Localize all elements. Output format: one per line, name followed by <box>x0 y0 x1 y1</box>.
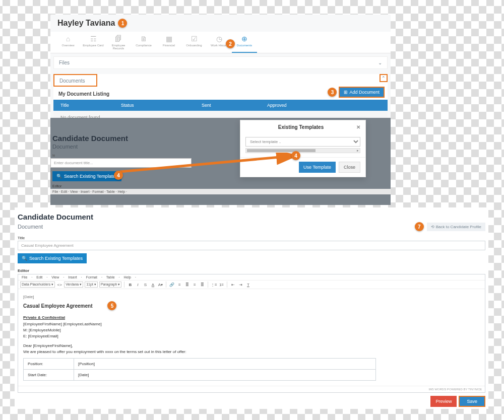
preview-button[interactable]: Preview <box>430 396 457 407</box>
files-label: Files <box>59 60 70 65</box>
strike-icon[interactable]: S <box>142 282 148 288</box>
paragraph-dropdown[interactable]: Paragraph ▾ <box>99 282 122 288</box>
records-icon: 🗐 <box>106 35 131 43</box>
callout-5: 5 <box>107 301 116 310</box>
bg-color-icon[interactable]: A▾ <box>157 282 163 288</box>
align-right-icon[interactable]: ≡ <box>192 282 198 288</box>
tab-financial[interactable]: ▦Financial <box>156 35 181 53</box>
editor-content[interactable]: [Date] Casual Employee Agreement 5 Priva… <box>18 289 485 386</box>
modal-title: Existing Templates <box>245 124 356 130</box>
indent-icon[interactable]: ⇥ <box>237 282 243 288</box>
scroll-right-icon[interactable]: ▸ <box>357 149 359 153</box>
menu-edit[interactable]: Edit <box>35 275 44 279</box>
search-templates-button[interactable]: 🔍 Search Existing Templates <box>52 171 121 181</box>
tab-overview[interactable]: ⌂Overview <box>55 35 81 53</box>
callout-4b: 4 <box>291 151 300 160</box>
tab-compliance[interactable]: 🗎Compliance <box>131 35 156 53</box>
save-button[interactable]: Save <box>459 396 485 407</box>
tab-onboarding[interactable]: ☑Onboarding <box>181 35 207 53</box>
use-template-button[interactable]: Use Template <box>299 162 336 173</box>
documents-section: Documents ⌃ My Document Listing 3 ⊞ Add … <box>53 74 388 124</box>
align-center-icon[interactable]: ≣ <box>184 282 190 288</box>
existing-templates-modal: Existing Templates ✕ Select template .. … <box>240 120 366 177</box>
documents-tab-label[interactable]: Documents <box>53 74 97 87</box>
profile-tabs: ⌂Overview ☶Employee Card 🗐Employee Recor… <box>50 32 391 53</box>
data-placeholders-dropdown[interactable]: Data Placeholders ▾ <box>20 282 55 288</box>
table-row: Position:[Position] <box>24 359 376 370</box>
close-button[interactable]: Close <box>339 162 360 173</box>
doc-icon: 🗎 <box>131 35 156 43</box>
add-document-button[interactable]: ⊞ Add Document <box>339 87 385 98</box>
align-justify-icon[interactable]: ≣ <box>199 282 205 288</box>
scrollbar[interactable]: ▸ <box>245 148 360 153</box>
chevron-down-icon: ⌄ <box>378 60 382 65</box>
callout-3: 3 <box>328 88 337 97</box>
scroll-thumb[interactable] <box>247 149 316 152</box>
offer-table: Position:[Position] Start Date:[Date] <box>23 358 376 381</box>
candidate-document-editor-panel: Candidate Document Document 7 ⟲ Back to … <box>15 207 488 409</box>
employee-name: Hayley Taviana <box>57 19 115 28</box>
menu-help[interactable]: Help <box>122 275 133 279</box>
menu-insert[interactable]: Insert <box>67 275 79 279</box>
listing-title: My Document Listing <box>53 88 114 99</box>
tab-documents[interactable]: ⊕Documents <box>232 35 257 53</box>
rich-text-editor: File· Edit· View· Insert· Format· Table·… <box>18 274 485 393</box>
menu-table[interactable]: Table <box>105 275 116 279</box>
number-list-icon[interactable]: 1≡ <box>218 282 224 288</box>
template-select[interactable]: Select template .. <box>245 137 360 147</box>
callout-7: 7 <box>415 222 424 231</box>
text-color-icon[interactable]: A <box>150 282 156 288</box>
table-row: Start Date:[Date] <box>24 370 376 381</box>
offer-line: We are pleased to offer you employment w… <box>23 349 480 354</box>
code-icon[interactable]: <> <box>56 282 62 288</box>
plus-doc-icon: ⊕ <box>232 35 257 43</box>
doc-heading: Casual Employee Agreement <box>23 303 92 309</box>
panel2-title: Candidate Document <box>15 207 488 222</box>
callout-2: 2 <box>226 39 235 48</box>
date-placeholder: [Date] <box>23 295 480 299</box>
card-icon: ☶ <box>81 35 106 43</box>
title-field-label: Title <box>15 234 488 241</box>
col-sent: Sent <box>195 102 260 109</box>
search-templates-button-2[interactable]: 🔍 Search Existing Templates <box>18 253 87 263</box>
italic-icon[interactable]: I <box>135 282 141 288</box>
font-family-dropdown[interactable]: Verdana ▾ <box>64 282 83 288</box>
col-title: Title <box>53 102 114 109</box>
mobile-line: M: [EmployeeMobile] <box>23 328 480 332</box>
editor-toolbar: Data Placeholders ▾ <> Verdana ▾ 11pt ▾ … <box>18 281 485 289</box>
editor-mini-menu: File · Edit · View · Insert · Format · T… <box>50 189 391 194</box>
tab-employee-records[interactable]: 🗐Employee Records <box>106 35 131 53</box>
back-to-profile-button[interactable]: ⟲ Back to Candidate Profile <box>427 223 485 231</box>
menu-format[interactable]: Format <box>85 275 99 279</box>
tab-employee-card[interactable]: ☶Employee Card <box>81 35 106 53</box>
employee-name-header: Hayley Taviana 1 <box>50 15 391 32</box>
editor-mini-label: Editor <box>50 181 391 189</box>
menu-file[interactable]: File <box>20 275 29 279</box>
outdent-icon[interactable]: ⇤ <box>230 282 236 288</box>
doc-title-input-bg[interactable]: Enter document title... <box>50 158 192 168</box>
home-icon: ⌂ <box>55 35 81 43</box>
col-status: Status <box>114 102 195 109</box>
panel2-sub: Document <box>18 224 43 230</box>
chevron-up-icon[interactable]: ⌃ <box>380 74 388 82</box>
check-icon: ☑ <box>181 35 207 43</box>
bullet-list-icon[interactable]: ⋮≡ <box>211 282 217 288</box>
dear-line: Dear [EmployeeFirstName], <box>23 343 480 348</box>
callout-1: 1 <box>118 19 127 28</box>
clear-format-icon[interactable]: T <box>245 282 251 288</box>
confidential-label: Private & Confidential <box>23 315 480 320</box>
email-line: E: [EmployeeEmail] <box>23 334 480 338</box>
name-line: [EmployeeFirstName] [EmployeeLastName] <box>23 322 480 326</box>
link-icon[interactable]: 🔗 <box>169 282 175 288</box>
menu-view[interactable]: View <box>50 275 60 279</box>
col-approved: Approved <box>260 102 294 109</box>
files-accordion[interactable]: Files ⌄ <box>53 56 388 69</box>
documents-table-header: Title Status Sent Approved <box>53 100 388 111</box>
back-icon: ⟲ <box>431 225 434 229</box>
close-icon[interactable]: ✕ <box>356 124 360 130</box>
bold-icon[interactable]: B <box>127 282 133 288</box>
font-size-dropdown[interactable]: 11pt ▾ <box>85 282 98 288</box>
editor-menu: File· Edit· View· Insert· Format· Table·… <box>18 274 485 281</box>
document-title-input[interactable] <box>18 241 485 250</box>
align-left-icon[interactable]: ≡ <box>176 282 182 288</box>
